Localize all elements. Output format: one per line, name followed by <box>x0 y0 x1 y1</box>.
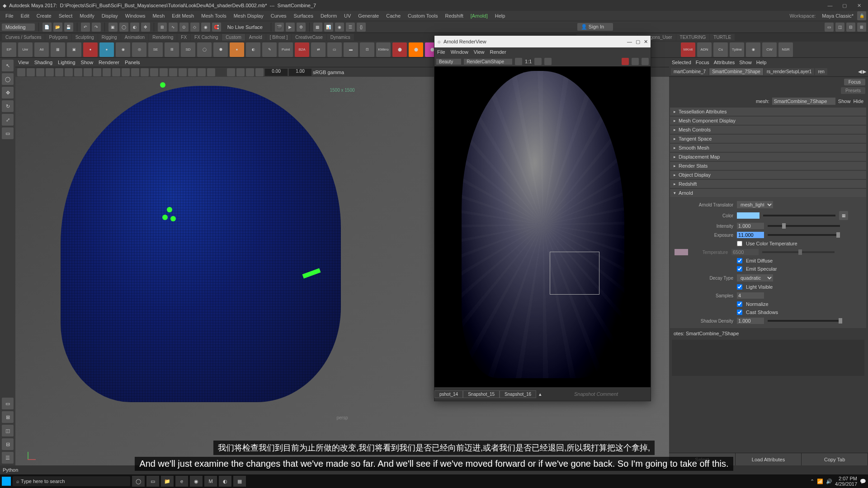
near-clip-field[interactable]: 0.00 <box>265 69 288 76</box>
vp-toolbar-icon[interactable] <box>55 68 63 76</box>
shelf-tab[interactable]: Dynamics <box>327 34 354 41</box>
rv-maximize-button[interactable]: ▢ <box>636 39 640 45</box>
shelf-tab[interactable]: Sculpting <box>72 34 98 41</box>
intensity-slider[interactable] <box>768 225 840 227</box>
vp-toolbar-icon[interactable] <box>84 68 92 76</box>
vp-toolbar-icon[interactable] <box>17 68 25 76</box>
make-live-icon[interactable]: 🧲 <box>212 23 221 32</box>
vp-toolbar-icon[interactable] <box>93 68 101 76</box>
render-canvas[interactable] <box>434 66 651 387</box>
taskview-icon[interactable]: ▭ <box>146 476 159 487</box>
maximize-button[interactable]: ▢ <box>838 1 851 9</box>
vp-toolbar-icon[interactable] <box>198 68 206 76</box>
exposure-field[interactable] <box>737 232 764 238</box>
shelf-button[interactable]: ▬ <box>344 42 358 57</box>
menu-editmesh[interactable]: Edit Mesh <box>168 13 198 19</box>
focus-button[interactable]: Focus <box>844 79 865 85</box>
menu-cache[interactable]: Cache <box>382 13 404 19</box>
rotate-tool[interactable]: ↻ <box>2 100 14 112</box>
ae-menu-help[interactable]: Help <box>756 60 767 65</box>
shelf-button[interactable]: ▣ <box>67 42 81 57</box>
color-slider[interactable] <box>763 215 835 216</box>
shelf-button[interactable]: SD <box>181 42 195 57</box>
menu-edit[interactable]: Edit <box>17 13 33 19</box>
menu-windows[interactable]: Windows <box>122 13 149 19</box>
menu-generate[interactable]: Generate <box>354 13 382 19</box>
save-scene-icon[interactable]: 💾 <box>64 23 73 32</box>
layout-single-icon[interactable]: ▭ <box>2 398 14 409</box>
vp-menu-view[interactable]: View <box>18 60 29 65</box>
layout-2-icon[interactable]: ◫ <box>835 23 844 32</box>
render-region-box[interactable] <box>550 252 599 295</box>
shelf-tab[interactable]: TEXTURING <box>676 34 710 41</box>
ae-tab[interactable]: rs_renderSetupLayer1 <box>764 68 815 75</box>
section-header[interactable]: Render Stats <box>670 162 866 170</box>
playblast-icon[interactable]: ▦ <box>313 23 322 32</box>
ipr-icon[interactable]: ▶ <box>286 23 295 32</box>
layout-4-icon[interactable]: ⊞ <box>857 23 866 32</box>
command-line[interactable]: Python <box>0 465 868 474</box>
menu-select[interactable]: Select <box>55 13 76 19</box>
shelf-button[interactable]: All <box>34 42 49 57</box>
ae-menu-attributes[interactable]: Attributes <box>714 60 735 65</box>
redo-icon[interactable]: ↷ <box>92 23 101 32</box>
render-icon[interactable]: 🎬 <box>275 23 284 32</box>
vp-toolbar-icon[interactable] <box>236 68 245 76</box>
shelf-button[interactable]: ● <box>99 42 114 57</box>
vp-toolbar-icon[interactable] <box>74 68 82 76</box>
shelf-tab[interactable]: Arnold <box>245 34 266 41</box>
shelf-tab[interactable]: Rendering <box>149 34 177 41</box>
menu-display[interactable]: Display <box>98 13 122 19</box>
menu-help[interactable]: Help <box>491 13 509 19</box>
color-map-icon[interactable]: ▦ <box>839 211 848 220</box>
show-button[interactable]: Show <box>838 99 851 104</box>
hide-button[interactable]: Hide <box>853 99 863 104</box>
ae-tab[interactable]: SmartCombine_7Shape <box>709 68 763 75</box>
vp-toolbar-icon[interactable] <box>65 68 73 76</box>
rv-menu-view[interactable]: View <box>474 49 485 55</box>
lock-icon[interactable]: 🔒 <box>857 11 866 20</box>
normalize-checkbox[interactable] <box>737 301 742 307</box>
workspace-dropdown[interactable]: Maya Classic* <box>818 13 857 19</box>
script-icon[interactable]: {} <box>357 23 366 32</box>
vp-toolbar-icon[interactable] <box>131 68 139 76</box>
locator-icon[interactable] <box>167 207 172 212</box>
vp-toolbar-icon[interactable] <box>141 68 149 76</box>
shelf-button[interactable]: ◉ <box>746 42 760 57</box>
search-input[interactable]: ⌕ Type here to search <box>13 476 130 486</box>
shelf-tab[interactable]: Animation <box>121 34 148 41</box>
vp-toolbar-icon[interactable] <box>122 68 130 76</box>
tab-scroll-left-icon[interactable]: ◀ <box>858 69 862 75</box>
menu-file[interactable]: File <box>2 13 17 19</box>
section-header-arnold[interactable]: Arnold <box>670 189 866 197</box>
samples-field[interactable] <box>737 292 764 299</box>
shadow-density-field[interactable] <box>737 318 764 324</box>
rv-settings-icon[interactable] <box>544 58 552 65</box>
rv-close-button[interactable]: ✕ <box>644 39 648 45</box>
shelf-button[interactable]: Tpline <box>730 42 744 57</box>
section-header[interactable]: Tangent Space <box>670 135 866 143</box>
vp-toolbar-icon[interactable] <box>103 68 111 76</box>
mode-dropdown[interactable]: Modeling <box>2 23 35 31</box>
layout-quad-icon[interactable]: ⊞ <box>2 411 14 423</box>
snapshot-tab[interactable]: Snapshot_16 <box>500 390 536 398</box>
undo-icon[interactable]: ↶ <box>81 23 90 32</box>
signin-dropdown[interactable]: 👤 Sign In <box>577 23 613 31</box>
ae-tab[interactable]: martCombine_7 <box>671 68 708 75</box>
cortana-icon[interactable]: ◯ <box>132 476 145 487</box>
decay-type-dropdown[interactable]: quadratic <box>737 274 773 282</box>
open-scene-icon[interactable]: 📂 <box>53 23 62 32</box>
vp-toolbar-icon[interactable] <box>27 68 35 76</box>
layout-side-icon[interactable]: ◫ <box>2 425 14 436</box>
new-scene-icon[interactable]: 📄 <box>42 23 52 32</box>
shelf-tab[interactable]: TURTLE <box>710 34 735 41</box>
snapshot-tab[interactable]: Snapshot_15 <box>463 390 500 398</box>
rv-refresh-icon[interactable] <box>515 58 522 65</box>
lasso-tool-icon[interactable]: ◯ <box>119 23 128 32</box>
maya-icon[interactable]: M <box>204 476 217 487</box>
locator-icon[interactable] <box>160 82 165 88</box>
rv-options-icon[interactable] <box>642 58 649 65</box>
shelf-tab[interactable]: CreativeCase <box>292 34 326 41</box>
snap-point-icon[interactable]: ⊙ <box>179 23 189 32</box>
chrome-icon[interactable]: ◉ <box>190 476 203 487</box>
